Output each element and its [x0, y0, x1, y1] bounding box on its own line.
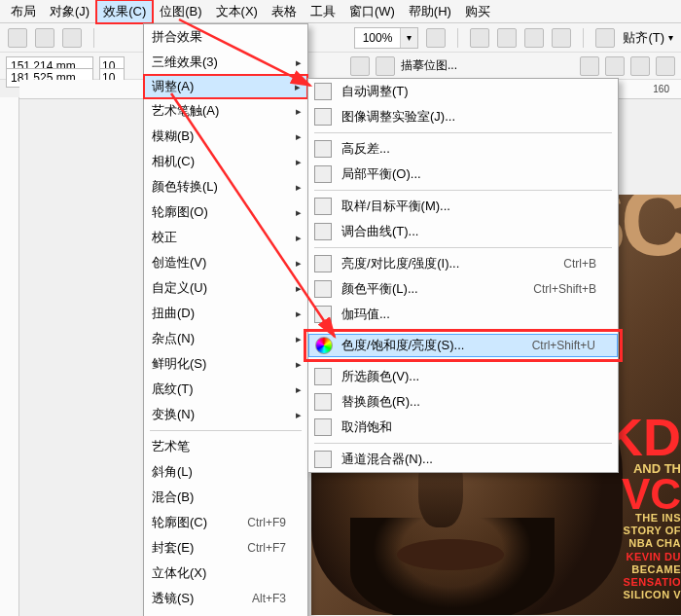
zoom-value: 100%	[355, 31, 401, 45]
menuitem-image-lab[interactable]: 图像调整实验室(J)...	[308, 104, 618, 129]
separator	[583, 28, 584, 48]
menu-separator	[314, 443, 612, 444]
menu-bitmap[interactable]: 位图(B)	[153, 0, 208, 23]
menu-text[interactable]: 文本(X)	[209, 0, 265, 23]
menu-window[interactable]: 窗口(W)	[342, 0, 402, 23]
clipboard-icon[interactable]	[62, 28, 82, 48]
menuitem-texture[interactable]: 底纹(T)▸	[144, 377, 307, 402]
menu-separator	[314, 247, 612, 248]
snap-dropdown[interactable]: 贴齐(T) ▾	[623, 29, 673, 47]
contrast-icon	[314, 140, 332, 158]
flip-v-icon[interactable]	[605, 56, 625, 76]
lab-icon	[314, 108, 332, 126]
menuitem-photococktail[interactable]: PhotoCocktail	[144, 611, 307, 616]
submenu-arrow-icon: ▸	[295, 81, 301, 93]
select-color-icon	[314, 368, 332, 385]
trace-bitmap-label[interactable]: 描摹位图...	[401, 57, 457, 74]
balance-icon	[314, 280, 332, 298]
menuitem-distort[interactable]: 扭曲(D)▸	[144, 301, 307, 326]
menuitem-lens[interactable]: 透镜(S)Alt+F3	[144, 586, 307, 611]
menuitem-camera[interactable]: 相机(C)▸	[144, 149, 307, 174]
equalize-icon	[314, 165, 332, 183]
menu-tools[interactable]: 工具	[304, 0, 342, 23]
gamma-icon	[314, 306, 332, 323]
menu-help[interactable]: 帮助(H)	[402, 0, 458, 23]
menuitem-adjust[interactable]: 调整(A)▸	[144, 75, 307, 98]
menuitem-blend[interactable]: 混合(B)	[144, 485, 307, 510]
menuitem-brightness[interactable]: 亮度/对比度/强度(I)...Ctrl+B	[308, 251, 618, 276]
view-icon[interactable]	[552, 28, 571, 48]
ruler-tick: 160	[653, 84, 669, 94]
menuitem-custom[interactable]: 自定义(U)▸	[144, 275, 307, 301]
chevron-down-icon: ▾	[668, 32, 673, 43]
export-icon[interactable]	[595, 28, 615, 48]
menuitem-contour[interactable]: 轮廓图(O)▸	[144, 199, 307, 225]
menuitem-contour-tool[interactable]: 轮廓图(C)Ctrl+F9	[144, 510, 307, 535]
zoom-combo[interactable]: 100% ▾	[354, 27, 419, 49]
menuitem-3d[interactable]: 三维效果(3)▸	[144, 50, 307, 75]
separator	[457, 28, 458, 48]
menuitem-creative[interactable]: 创造性(V)▸	[144, 250, 307, 275]
mixer-icon	[314, 451, 332, 468]
menubar: 布局 对象(J) 效果(C) 位图(B) 文本(X) 表格 工具 窗口(W) 帮…	[0, 0, 681, 23]
menuitem-hue-saturation[interactable]: 色度/饱和度/亮度(S)...Ctrl+Shift+U	[308, 334, 618, 357]
menuitem-envelope[interactable]: 封套(E)Ctrl+F7	[144, 535, 307, 561]
chevron-down-icon[interactable]: ▾	[400, 28, 417, 48]
menuitem-color-balance[interactable]: 颜色平衡(L)...Ctrl+Shift+B	[308, 276, 618, 302]
fullscreen-icon[interactable]	[426, 28, 446, 48]
replace-icon	[314, 393, 332, 411]
menuitem-bevel[interactable]: 斜角(L)	[144, 459, 307, 485]
menu-buy[interactable]: 购买	[458, 0, 497, 23]
menu-separator	[314, 190, 612, 191]
menu-separator	[314, 360, 612, 361]
crop-icon[interactable]	[630, 56, 650, 76]
menuitem-tone-curve[interactable]: 调合曲线(T)...	[308, 219, 618, 244]
menu-table[interactable]: 表格	[265, 0, 304, 23]
menuitem-desaturate[interactable]: 取消饱和	[308, 415, 618, 440]
copy-icon[interactable]	[8, 28, 27, 48]
edit-icon[interactable]	[656, 56, 675, 76]
menuitem-blur[interactable]: 模糊(B)▸	[144, 124, 307, 149]
auto-icon	[314, 83, 332, 100]
menuitem-selective-color[interactable]: 所选颜色(V)...	[308, 364, 618, 389]
menuitem-correction[interactable]: 校正▸	[144, 225, 307, 250]
submenu-arrow-icon: ▸	[296, 56, 302, 69]
menuitem-art-strokes[interactable]: 艺术笔触(A)▸	[144, 98, 307, 124]
adjust-submenu: 自动调整(T) 图像调整实验室(J)... 高反差... 局部平衡(O)... …	[307, 78, 619, 473]
menuitem-artistic-media[interactable]: 艺术笔	[144, 434, 307, 459]
curve-icon	[314, 223, 332, 240]
brightness-icon	[314, 255, 332, 272]
menuitem-channel-mixer[interactable]: 通道混合器(N)...	[308, 447, 618, 472]
menu-separator	[150, 430, 302, 431]
menu-layout[interactable]: 布局	[4, 0, 43, 23]
menu-separator	[314, 132, 612, 133]
menuitem-high-contrast[interactable]: 高反差...	[308, 136, 618, 162]
menuitem-noise[interactable]: 杂点(N)▸	[144, 326, 307, 351]
menuitem-gamma[interactable]: 伽玛值...	[308, 302, 618, 327]
paste-icon[interactable]	[35, 28, 54, 48]
effects-dropdown-menu: 拼合效果 三维效果(3)▸ 调整(A)▸ 艺术笔触(A)▸ 模糊(B)▸ 相机(…	[143, 23, 308, 616]
sample-icon	[314, 198, 332, 215]
menu-effects[interactable]: 效果(C)	[96, 0, 153, 23]
hsl-icon	[315, 337, 333, 354]
flip-h-icon[interactable]	[580, 56, 599, 76]
menuitem-extrude[interactable]: 立体化(X)	[144, 561, 307, 586]
menu-separator	[314, 330, 612, 331]
guides-icon[interactable]	[524, 28, 544, 48]
desaturate-icon	[314, 418, 332, 436]
menuitem-auto-adjust[interactable]: 自动调整(T)	[308, 79, 618, 104]
menuitem-sample-target[interactable]: 取样/目标平衡(M)...	[308, 194, 618, 219]
menuitem-transform[interactable]: 变换(N)▸	[144, 402, 307, 427]
menuitem-sharpen[interactable]: 鲜明化(S)▸	[144, 351, 307, 377]
trace-icon[interactable]	[350, 56, 370, 76]
grid-icon[interactable]	[470, 28, 489, 48]
separator	[93, 28, 94, 48]
vertical-ruler	[0, 97, 19, 616]
menuitem-local-equalize[interactable]: 局部平衡(O)...	[308, 162, 618, 187]
menuitem-color-transform[interactable]: 颜色转换(L)▸	[144, 174, 307, 199]
menuitem-replace-color[interactable]: 替换颜色(R)...	[308, 389, 618, 415]
menu-object[interactable]: 对象(J)	[43, 0, 96, 23]
trace-icon-2[interactable]	[376, 56, 395, 76]
ruler-icon[interactable]	[497, 28, 517, 48]
menuitem-flatten[interactable]: 拼合效果	[144, 24, 307, 50]
